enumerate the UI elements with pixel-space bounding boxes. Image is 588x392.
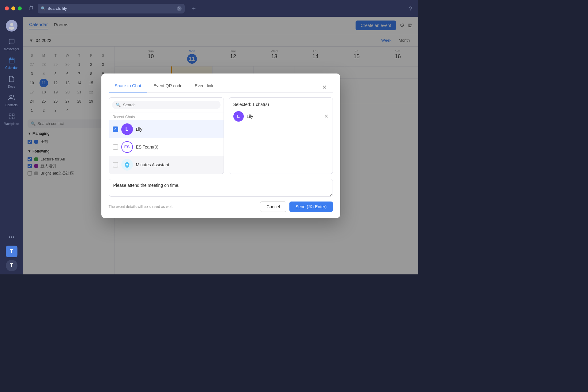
titlebar: ⏱ 🔍 ✕ ＋ ？ [0, 0, 418, 17]
chat-name-lily: Lily [136, 127, 142, 132]
chat-checkbox-es-team[interactable] [113, 144, 118, 150]
svg-point-0 [10, 23, 13, 26]
sidebar-item-messenger[interactable]: Messenger [2, 36, 21, 53]
sidebar-item-label-messenger: Messenger [4, 47, 19, 51]
svg-rect-8 [12, 114, 14, 116]
modal-body: 🔍 Recent Chats L Lily [101, 92, 340, 179]
history-icon[interactable]: ⏱ [28, 5, 34, 12]
modal-header: Share to Chat Event QR code Event link ✕ [101, 74, 340, 92]
more-dots[interactable]: ••• [6, 232, 17, 243]
modal-footer: Please attend the meeting on time. The e… [101, 179, 340, 218]
sidebar-item-label-calendar: Calendar [5, 66, 18, 70]
chat-list: L Lily ES ES Team(3) [109, 120, 224, 174]
selected-item-lily: L Lily ✕ [233, 111, 328, 122]
modal-actions: The event details will be shared as well… [109, 202, 333, 212]
chat-checkbox-minutes-assistant[interactable] [113, 162, 118, 168]
selected-panel: Selected: 1 chat(s) L Lily ✕ [229, 97, 333, 174]
traffic-lights [5, 6, 22, 10]
contacts-icon [8, 94, 15, 103]
selected-title: Selected: 1 chat(s) [233, 102, 328, 107]
recent-chats-label: Recent Chats [109, 112, 224, 120]
tab-event-qr-code[interactable]: Event QR code [147, 80, 189, 92]
event-note: The event details will be shared as well… [109, 205, 173, 209]
share-to-chat-modal: Share to Chat Event QR code Event link ✕ [101, 74, 340, 218]
avatar[interactable] [6, 20, 17, 32]
main-content: Calendar Rooms Create an event ⚙ ⧉ ▼ 04 … [23, 17, 418, 274]
send-button[interactable]: Send (⌘+Enter) [289, 202, 333, 212]
cancel-button[interactable]: Cancel [260, 202, 286, 212]
maximize-traffic-light[interactable] [18, 6, 22, 10]
modal-tabs: Share to Chat Event QR code Event link [109, 80, 333, 92]
tab-event-link[interactable]: Event link [189, 80, 220, 92]
chat-search-icon: 🔍 [116, 103, 121, 107]
chat-avatar-lily: L [121, 123, 133, 135]
sidebar-item-contacts[interactable]: Contacts [2, 92, 21, 109]
search-icon: 🔍 [41, 6, 46, 11]
app-layout: Messenger Calendar Docs [0, 17, 418, 274]
chat-name-minutes-assistant: Minutes Assistant [136, 162, 169, 167]
svg-rect-9 [9, 117, 11, 119]
modal-header-wrap: Share to Chat Event QR code Event link ✕ [109, 80, 333, 92]
sidebar: Messenger Calendar Docs [0, 17, 23, 274]
tab-share-to-chat[interactable]: Share to Chat [109, 80, 147, 92]
chat-item-minutes-assistant[interactable]: Minutes Assistant [109, 156, 224, 174]
chat-item-es-team[interactable]: ES ES Team(3) [109, 138, 224, 156]
modal-buttons: Cancel Send (⌘+Enter) [260, 202, 333, 212]
calendar-icon [8, 57, 15, 65]
chat-item-lily[interactable]: L Lily [109, 120, 224, 138]
sidebar-bottom: ••• T T [6, 232, 17, 271]
svg-rect-7 [9, 114, 11, 116]
chat-search-inner[interactable]: 🔍 [112, 101, 221, 109]
minimize-traffic-light[interactable] [11, 6, 15, 10]
remove-lily-button[interactable]: ✕ [324, 114, 328, 119]
global-search[interactable]: 🔍 ✕ [38, 4, 185, 13]
chat-search-input[interactable] [123, 103, 217, 107]
svg-point-11 [126, 164, 128, 166]
selected-name-lily: Lily [247, 114, 321, 119]
message-input[interactable]: Please attend the meeting on time. [109, 179, 333, 197]
chat-checkbox-lily[interactable] [113, 126, 118, 132]
workplace-icon [8, 113, 15, 121]
es-team-count: (3) [153, 145, 158, 149]
clear-search-icon[interactable]: ✕ [177, 6, 182, 11]
help-icon[interactable]: ？ [408, 5, 413, 12]
modal-overlay: Share to Chat Event QR code Event link ✕ [23, 17, 418, 274]
chat-avatar-minutes-assistant [121, 159, 133, 171]
close-traffic-light[interactable] [5, 6, 9, 10]
messenger-icon [8, 38, 15, 47]
svg-rect-10 [12, 117, 14, 119]
sidebar-item-workplace[interactable]: Workplace [2, 111, 21, 128]
user-avatar-t[interactable]: T [6, 246, 17, 257]
global-search-input[interactable] [47, 6, 175, 11]
add-icon[interactable]: ＋ [191, 4, 197, 13]
chat-name-es-team: ES Team(3) [136, 145, 159, 149]
user-avatar-t2[interactable]: T [6, 260, 17, 271]
selected-avatar-lily: L [233, 111, 244, 122]
chat-search: 🔍 [109, 98, 224, 112]
sidebar-item-docs[interactable]: Docs [2, 73, 21, 91]
sidebar-item-calendar[interactable]: Calendar [2, 55, 21, 72]
chat-list-panel: 🔍 Recent Chats L Lily [109, 97, 224, 174]
svg-rect-2 [9, 58, 14, 63]
chat-avatar-es-team: ES [121, 141, 133, 153]
modal-close-button[interactable]: ✕ [322, 85, 327, 90]
sidebar-item-label-contacts: Contacts [6, 104, 17, 107]
docs-icon [8, 76, 15, 84]
sidebar-item-label-workplace: Workplace [4, 122, 19, 126]
svg-point-6 [9, 95, 12, 97]
svg-point-1 [9, 27, 14, 30]
sidebar-item-label-docs: Docs [8, 85, 15, 88]
